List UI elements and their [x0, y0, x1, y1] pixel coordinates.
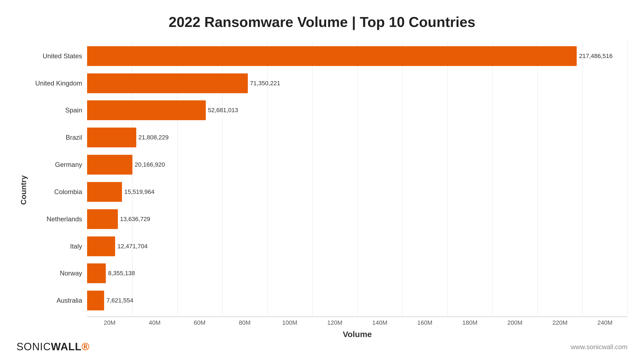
- bar: 8,355,138: [87, 263, 106, 283]
- bar: 52,681,013: [87, 100, 206, 120]
- bar: 217,486,516: [87, 46, 577, 66]
- bar-wrapper: 13,636,729: [87, 209, 628, 229]
- bar-value: 20,166,920: [135, 161, 165, 168]
- bar-value: 12,471,704: [117, 243, 148, 250]
- bar-wrapper: 52,681,013: [87, 100, 628, 120]
- bar-wrapper: 8,355,138: [87, 263, 628, 283]
- bar-country-label: Colombia: [29, 188, 87, 196]
- bar-country-label: Germany: [29, 161, 87, 169]
- bar-row: United Kingdom71,350,221: [29, 71, 628, 96]
- bar-country-label: Spain: [29, 106, 87, 114]
- bar-wrapper: 71,350,221: [87, 73, 628, 93]
- logo-wall: WALL: [51, 341, 82, 353]
- bar: 13,636,729: [87, 209, 118, 229]
- x-axis-tick: 160M: [402, 319, 447, 326]
- bar: 15,519,964: [87, 182, 122, 202]
- bar-value: 13,636,729: [120, 216, 150, 223]
- bar-country-label: Netherlands: [29, 215, 87, 223]
- bar-country-label: United States: [29, 52, 87, 60]
- bar-wrapper: 21,808,229: [87, 128, 628, 147]
- x-axis-line: [87, 316, 628, 317]
- x-axis-label: Volume: [29, 330, 628, 339]
- bar-row: Germany20,166,920: [29, 152, 628, 177]
- chart-inner: United States217,486,516United Kingdom71…: [29, 41, 628, 339]
- chart-container: 2022 Ransomware Volume | Top 10 Countrie…: [0, 0, 644, 361]
- bar-row: Brazil21,808,229: [29, 125, 628, 150]
- x-axis-tick: 60M: [177, 319, 222, 326]
- bar-row: Norway8,355,138: [29, 261, 628, 286]
- bar-value: 7,621,554: [106, 297, 133, 304]
- bar-row: Spain52,681,013: [29, 98, 628, 123]
- bar-value: 15,519,964: [124, 188, 154, 195]
- bar: 20,166,920: [87, 155, 132, 175]
- bar-row: Colombia15,519,964: [29, 180, 628, 204]
- footer-url: www.sonicwall.com: [571, 343, 628, 351]
- y-axis-label: Country: [16, 41, 28, 339]
- bar-wrapper: 20,166,920: [87, 155, 628, 175]
- bar-wrapper: 12,471,704: [87, 236, 628, 256]
- x-axis-tick: 140M: [357, 319, 402, 326]
- x-axis-tick: 20M: [87, 319, 132, 326]
- x-axis-tick: 180M: [447, 319, 492, 326]
- logo-registered: ®: [82, 341, 89, 353]
- bar-country-label: Italy: [29, 242, 87, 250]
- bar: 12,471,704: [87, 236, 115, 256]
- x-axis-tick: 200M: [492, 319, 537, 326]
- logo-sonic: SONIC: [16, 341, 51, 353]
- bars-section: United States217,486,516United Kingdom71…: [29, 41, 628, 315]
- bar-value: 8,355,138: [108, 270, 135, 277]
- x-axis: 20M40M60M80M100M120M140M160M180M200M220M…: [29, 319, 628, 326]
- bar: 21,808,229: [87, 128, 136, 147]
- chart-title: 2022 Ransomware Volume | Top 10 Countrie…: [169, 14, 476, 30]
- bar-country-label: Brazil: [29, 134, 87, 141]
- bar-wrapper: 7,621,554: [87, 291, 628, 310]
- bar-value: 217,486,516: [579, 53, 612, 60]
- bar-value: 21,808,229: [138, 134, 169, 141]
- x-axis-tick: 220M: [537, 319, 582, 326]
- sonicwall-logo: SONIC WALL ®: [16, 341, 89, 353]
- bar-row: United States217,486,516: [29, 44, 628, 68]
- bar-row: Italy12,471,704: [29, 234, 628, 259]
- x-axis-tick: 240M: [582, 319, 628, 326]
- bar-country-label: Australia: [29, 297, 87, 304]
- x-axis-tick: 40M: [132, 319, 177, 326]
- x-axis-tick: 100M: [267, 319, 312, 326]
- bar-value: 71,350,221: [250, 80, 280, 87]
- bar-country-label: United Kingdom: [29, 79, 87, 87]
- bar: 7,621,554: [87, 291, 104, 310]
- bar-value: 52,681,013: [208, 107, 238, 114]
- bar-country-label: Norway: [29, 269, 87, 277]
- footer: SONIC WALL ® www.sonicwall.com: [16, 341, 628, 353]
- chart-area: Country United States217,486,516United K…: [16, 41, 628, 339]
- x-axis-tick: 120M: [312, 319, 357, 326]
- bar-wrapper: 217,486,516: [87, 46, 628, 66]
- bar-row: Netherlands13,636,729: [29, 207, 628, 232]
- x-axis-tick: 80M: [222, 319, 267, 326]
- bar: 71,350,221: [87, 73, 248, 93]
- bar-wrapper: 15,519,964: [87, 182, 628, 202]
- bar-row: Australia7,621,554: [29, 288, 628, 313]
